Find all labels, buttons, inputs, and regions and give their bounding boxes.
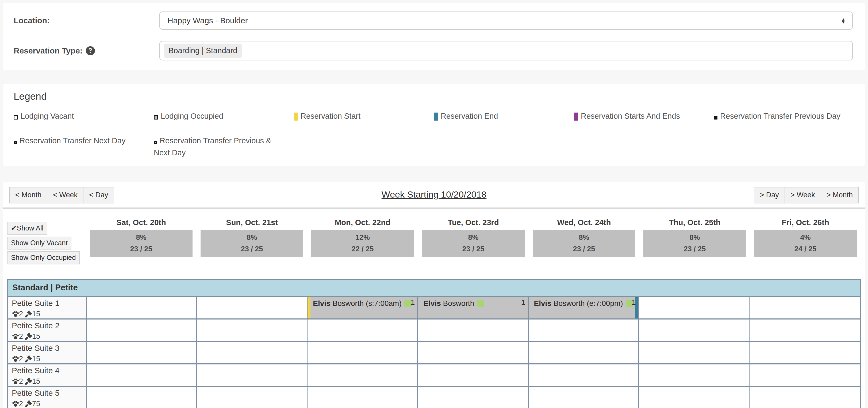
day-cell[interactable] [197,342,308,363]
select-arrows-icon: ▲▼ [841,18,845,24]
gavel-icon [25,378,32,385]
day-cell[interactable] [639,365,749,386]
week-starting-link[interactable]: Week Starting 10/20/2018 [381,189,487,199]
day-header-sun: Sun, Oct. 21st8%23 / 25 [196,218,307,257]
day-cell[interactable] [197,365,308,386]
suite-meta: 2 15 [12,310,82,318]
day-occupancy-box: 8%23 / 25 [422,230,525,257]
lodging-occupied-swatch-icon [154,115,158,120]
day-cell[interactable] [418,342,528,363]
suite-meta: 2 75 [12,400,82,408]
calendar-nav-bar: < Month < Week < Day Week Starting 10/20… [3,182,865,208]
capacity-value: 15 [32,377,40,385]
legend-item-transfer-previous-and-next-day: Reservation Transfer Previous & Next Day [154,135,294,159]
show-only-occupied-button[interactable]: Show Only Occupied [7,251,80,264]
day-header-thu: Thu, Oct. 25th8%23 / 25 [639,218,750,257]
day-cell[interactable] [418,387,528,408]
suite-row-3: Petite Suite 3 2 15 [8,342,860,365]
reservation-block-mid[interactable]: Elvis Bosworth 1 [418,297,528,318]
day-header-fri: Fri, Oct. 26th4%24 / 25 [750,218,861,257]
day-cell[interactable] [308,319,418,341]
day-cell[interactable] [749,387,860,408]
legend-item-reservation-end: Reservation End [434,110,574,135]
capacity-value: 75 [32,400,40,408]
transfer-next-day-swatch-icon [13,141,17,144]
suite-meta: 2 15 [12,332,82,341]
day-cell[interactable] [308,365,418,386]
legend-grid: Lodging Vacant Lodging Occupied Reservat… [13,110,855,159]
day-cell[interactable] [87,297,197,318]
pet-badge-icon [404,300,411,307]
reservation-type-chip[interactable]: Boarding | Standard [164,43,242,58]
suite-name: Petite Suite 4 [12,366,82,375]
gavel-icon [25,310,32,318]
day-cell[interactable] [197,297,308,318]
suite-name: Petite Suite 5 [12,388,82,398]
location-select[interactable]: Happy Wags - Boulder ▲▼ [159,11,853,30]
reservation-start-swatch-icon [294,113,298,121]
gavel-icon [25,333,32,340]
day-header-tue: Tue, Oct. 23rd8%23 / 25 [418,218,529,257]
transfer-previous-and-next-day-swatch-icon [154,141,157,144]
filter-buttons: ✔Show All Show Only Vacant Show Only Occ… [7,222,80,264]
day-cell[interactable] [749,342,860,363]
day-occupancy-box: 4%24 / 25 [754,230,857,257]
reservation-end-swatch-icon [434,113,438,121]
reservation-block-start[interactable]: Elvis Bosworth (s:7:00am) 1 [308,297,418,318]
day-cell[interactable] [639,342,749,363]
day-cell[interactable] [639,297,749,318]
day-cell[interactable] [87,319,197,341]
capacity-value: 15 [32,332,40,341]
pet-count: 2 [19,310,23,318]
suite-row-5: Petite Suite 5 2 75 [8,387,860,408]
day-cell[interactable] [529,319,639,341]
reservation-count-badge: 1 [411,298,415,307]
day-cell[interactable] [308,342,418,363]
show-all-button[interactable]: ✔Show All [7,222,47,234]
day-cell[interactable] [418,319,528,341]
show-only-vacant-button[interactable]: Show Only Vacant [7,237,71,249]
day-cell[interactable] [87,342,197,363]
day-header-sat: Sat, Oct. 20th8%23 / 25 [86,218,196,257]
divider [3,208,865,209]
reservation-type-input[interactable]: Boarding | Standard [159,41,853,60]
suite-name: Petite Suite 1 [12,299,82,308]
gavel-icon [25,355,32,363]
day-occupancy-box: 8%23 / 25 [643,230,746,257]
next-month-button[interactable]: > Month [821,187,859,203]
day-cell[interactable] [529,365,639,386]
reservation-type-label: Reservation Type: ? [13,46,159,55]
suite-label-cell: Petite Suite 2 2 15 [8,319,87,341]
day-cell[interactable] [308,387,418,408]
reservation-block-end[interactable]: Elvis Bosworth (e:7:00pm) 1 [529,297,639,318]
day-cell[interactable] [87,365,197,386]
suite-name: Petite Suite 2 [12,321,82,330]
lodging-vacant-swatch-icon [13,115,18,120]
paw-icon [12,400,19,407]
day-cell[interactable] [749,319,860,341]
day-cell[interactable] [418,365,528,386]
suite-label-cell: Petite Suite 4 2 15 [8,365,87,386]
legend-title: Legend [13,91,855,102]
pet-badge-icon [477,300,484,307]
next-week-button[interactable]: > Week [784,187,821,203]
day-cell[interactable] [749,297,860,318]
day-cell[interactable] [749,365,860,386]
day-cell[interactable] [197,319,308,341]
day-occupancy-box: 8%23 / 25 [533,230,636,257]
day-cell[interactable] [87,387,197,408]
location-select-value: Happy Wags - Boulder [167,16,248,25]
next-day-button[interactable]: > Day [754,187,785,203]
reservation-starts-and-ends-swatch-icon [574,113,578,121]
day-cell[interactable] [197,387,308,408]
day-cell[interactable] [639,387,749,408]
suite-label-cell: Petite Suite 5 2 75 [8,387,87,408]
day-cell[interactable] [529,387,639,408]
paw-icon [12,378,19,385]
legend-item-reservation-start: Reservation Start [294,110,434,135]
day-cell[interactable] [529,342,639,363]
suite-row-1: Petite Suite 1 2 15 Elvis Bosworth (s:7:… [8,297,860,319]
help-icon[interactable]: ? [86,46,95,55]
day-cell[interactable] [639,319,749,341]
nav-next-group: > Day > Week > Month [754,187,859,203]
